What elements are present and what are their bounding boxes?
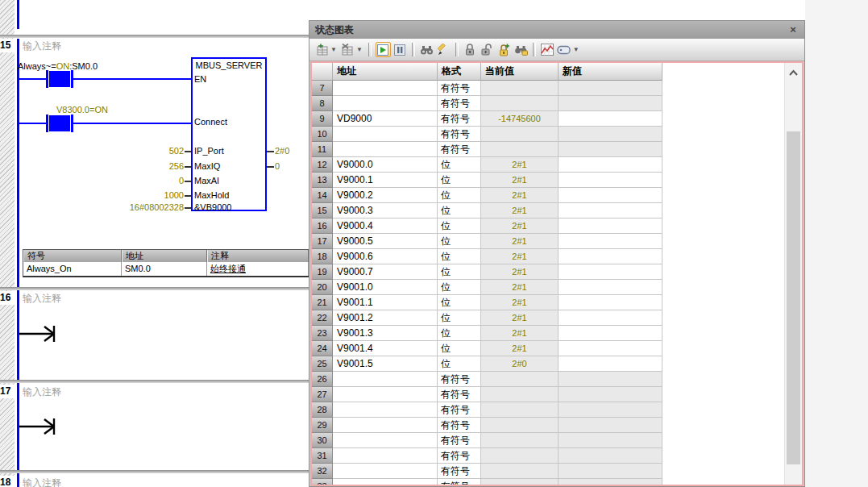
new-value-cell[interactable] [559, 310, 662, 326]
format-cell[interactable]: 位 [438, 264, 481, 280]
read-forced-icon[interactable] [513, 42, 529, 57]
address-cell[interactable] [333, 433, 438, 448]
row-number-button[interactable]: 30 [312, 433, 333, 448]
row-number-button[interactable]: 25 [312, 356, 333, 372]
network-number[interactable]: 18 [0, 476, 15, 487]
address-cell[interactable]: V9001.1 [333, 295, 438, 310]
row-number-button[interactable]: 26 [312, 372, 333, 387]
row-number-button[interactable]: 13 [312, 173, 333, 188]
format-cell[interactable]: 位 [438, 219, 481, 234]
new-value-cell[interactable] [559, 157, 662, 173]
address-cell[interactable] [333, 402, 438, 418]
new-value-cell[interactable] [559, 356, 662, 372]
address-cell[interactable]: V9001.3 [333, 326, 438, 341]
network-comment[interactable]: 输入注释 [23, 385, 61, 399]
address-cell[interactable]: V9000.1 [333, 173, 438, 188]
current-value-column-header[interactable]: 当前值 [481, 63, 559, 81]
new-value-cell[interactable] [559, 234, 662, 249]
address-cell[interactable] [333, 127, 438, 142]
symbol-table-row[interactable]: Always_On SM0.0 始终接通 [23, 262, 309, 276]
address-cell[interactable]: V9001.4 [333, 341, 438, 356]
network-number[interactable]: 17 [0, 385, 15, 398]
contact-operand-label[interactable]: Always~=ON:SM0.0 [18, 61, 98, 71]
chart-status-pause-icon[interactable] [392, 42, 408, 57]
vertical-scrollbar[interactable] [784, 63, 802, 485]
address-cell[interactable]: V9000.2 [333, 188, 438, 203]
new-value-cell[interactable] [559, 111, 662, 127]
row-number-button[interactable]: 16 [312, 219, 333, 234]
address-cell[interactable]: V9000.3 [333, 203, 438, 219]
address-cell[interactable] [333, 448, 438, 464]
scroll-up-icon[interactable] [787, 68, 800, 79]
network-number[interactable]: 16 [0, 291, 15, 305]
param-value[interactable]: 0 [113, 176, 184, 185]
param-value[interactable]: 502 [113, 146, 184, 156]
row-number-button[interactable]: 31 [312, 448, 333, 464]
format-cell[interactable]: 有符号 [438, 464, 481, 479]
new-value-cell[interactable] [559, 188, 662, 203]
format-cell[interactable]: 有符号 [438, 81, 481, 96]
row-number-button[interactable]: 14 [312, 188, 333, 203]
status-chart-titlebar[interactable]: 状态图表 × [309, 21, 804, 39]
contact-operand-label[interactable]: V8300.0=ON [56, 105, 108, 114]
row-number-button[interactable]: 32 [312, 464, 333, 479]
param-value[interactable]: 256 [113, 161, 184, 171]
row-number-button[interactable]: 23 [312, 326, 333, 341]
new-value-cell[interactable] [559, 280, 662, 295]
address-cell[interactable]: VD9000 [333, 111, 438, 127]
format-cell[interactable]: 位 [438, 326, 481, 341]
param-value[interactable]: 1000 [113, 190, 184, 200]
format-cell[interactable]: 位 [438, 356, 481, 372]
row-number-button[interactable]: 18 [312, 249, 333, 264]
address-cell[interactable]: V9000.4 [333, 219, 438, 234]
format-cell[interactable]: 有符号 [438, 142, 481, 157]
address-cell[interactable] [333, 142, 438, 157]
format-cell[interactable]: 有符号 [438, 418, 481, 433]
address-cell[interactable]: V9000.0 [333, 157, 438, 173]
format-cell[interactable]: 有符号 [438, 433, 481, 448]
network-comment[interactable]: 输入注释 [23, 477, 61, 487]
format-cell[interactable]: 位 [438, 280, 481, 295]
delete-row-icon[interactable] [340, 42, 355, 57]
format-cell[interactable]: 有符号 [438, 387, 481, 402]
format-cell[interactable]: 位 [438, 188, 481, 203]
format-cell[interactable]: 有符号 [438, 96, 481, 111]
address-cell[interactable]: V9000.7 [333, 264, 438, 280]
format-cell[interactable]: 位 [438, 341, 481, 356]
format-cell[interactable]: 位 [438, 203, 481, 219]
contact-symbol[interactable] [46, 114, 48, 132]
address-cell[interactable] [333, 81, 438, 96]
new-value-cell[interactable] [559, 295, 662, 310]
row-number-button[interactable]: 19 [312, 264, 333, 280]
format-cell[interactable]: 有符号 [438, 372, 481, 387]
format-cell[interactable]: 有符号 [438, 111, 481, 127]
address-cell[interactable] [333, 96, 438, 111]
row-number-button[interactable]: 15 [312, 203, 333, 219]
chart-status-on-icon[interactable] [376, 42, 391, 57]
row-number-button[interactable]: 29 [312, 418, 333, 433]
new-value-column-header[interactable]: 新值 [559, 63, 662, 81]
format-cell[interactable]: 有符号 [438, 127, 481, 142]
address-cell[interactable] [333, 418, 438, 433]
row-number-button[interactable]: 9 [312, 111, 333, 127]
row-number-button[interactable]: 24 [312, 341, 333, 356]
format-cell[interactable]: 位 [438, 249, 481, 264]
symbolic-addressing-dropdown-icon[interactable]: ▼ [573, 46, 579, 53]
row-number-button[interactable]: 33 [312, 479, 333, 486]
row-number-button[interactable]: 28 [312, 402, 333, 418]
row-number-button[interactable]: 21 [312, 295, 333, 310]
insert-row-dropdown-icon[interactable]: ▼ [330, 46, 337, 53]
address-cell[interactable]: V9000.5 [333, 234, 438, 249]
param-value[interactable]: 16#08002328 [113, 202, 184, 212]
trend-view-icon[interactable] [540, 42, 555, 57]
format-cell[interactable]: 位 [438, 234, 481, 249]
address-cell[interactable]: V9001.0 [333, 280, 438, 295]
format-cell[interactable]: 有符号 [438, 479, 481, 486]
new-value-cell[interactable] [559, 249, 662, 264]
write-all-icon[interactable] [436, 42, 451, 57]
new-value-cell[interactable] [559, 264, 662, 280]
row-number-button[interactable]: 10 [312, 127, 333, 142]
address-cell[interactable] [333, 479, 438, 486]
new-value-cell[interactable] [559, 326, 662, 341]
close-icon[interactable]: × [787, 23, 799, 36]
